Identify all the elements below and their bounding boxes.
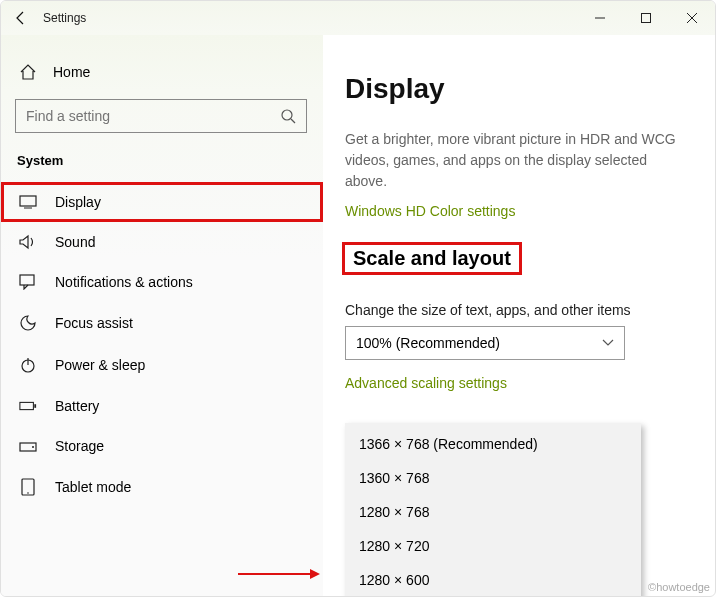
scale-value: 100% (Recommended) [356,335,500,351]
home-button[interactable]: Home [1,57,323,87]
watermark: ©howtoedge [648,581,710,593]
sidebar-item-label: Display [55,194,101,210]
home-icon [19,63,37,81]
sidebar-item-power-sleep[interactable]: Power & sleep [1,344,323,386]
close-button[interactable] [669,1,715,35]
sidebar-item-label: Battery [55,398,99,414]
sidebar-item-notifications[interactable]: Notifications & actions [1,262,323,302]
svg-point-2 [282,110,292,120]
svg-point-14 [27,492,29,494]
hdr-settings-link[interactable]: Windows HD Color settings [345,203,515,219]
search-input[interactable] [26,108,256,124]
sidebar-item-tablet-mode[interactable]: Tablet mode [1,466,323,508]
sidebar-item-sound[interactable]: Sound [1,222,323,262]
svg-rect-9 [20,402,34,409]
page-title: Display [345,73,691,105]
sidebar-item-storage[interactable]: Storage [1,426,323,466]
sidebar-item-battery[interactable]: Battery [1,386,323,426]
scale-dropdown[interactable]: 100% (Recommended) [345,326,625,360]
scale-label: Change the size of text, apps, and other… [345,302,691,318]
svg-rect-1 [642,14,651,23]
focus-assist-icon [19,314,37,332]
arrow-left-icon [13,10,29,26]
close-icon [686,12,698,24]
resolution-option[interactable]: 1280 × 600 [345,563,641,596]
battery-icon [19,400,37,412]
sidebar-item-label: Sound [55,234,95,250]
sidebar-item-label: Storage [55,438,104,454]
sidebar: Home System Display Sound Notifications … [1,35,323,596]
resolution-option[interactable]: 1360 × 768 [345,461,641,495]
back-button[interactable] [1,10,41,26]
resolution-option[interactable]: 1280 × 720 [345,529,641,563]
sound-icon [19,234,37,250]
main-content: Display Get a brighter, more vibrant pic… [323,35,715,596]
display-icon [19,195,37,209]
resolution-option[interactable]: 1280 × 768 [345,495,641,529]
sidebar-item-label: Notifications & actions [55,274,193,290]
sidebar-item-focus-assist[interactable]: Focus assist [1,302,323,344]
annotation-arrow [238,573,318,575]
search-icon [280,108,296,124]
hdr-description: Get a brighter, more vibrant picture in … [345,129,691,192]
maximize-button[interactable] [623,1,669,35]
resolution-dropdown-list: 1366 × 768 (Recommended) 1360 × 768 1280… [345,423,641,596]
chevron-down-icon [602,339,614,347]
notifications-icon [19,274,37,290]
scale-layout-heading: Scale and layout [345,245,519,272]
section-title: System [1,147,323,182]
svg-point-12 [32,446,34,448]
svg-rect-4 [20,196,36,206]
power-icon [19,356,37,374]
svg-line-3 [291,119,295,123]
window-title: Settings [41,11,577,25]
maximize-icon [640,12,652,24]
titlebar: Settings [1,1,715,35]
search-input-container[interactable] [15,99,307,133]
advanced-scaling-link[interactable]: Advanced scaling settings [345,375,507,391]
sidebar-item-label: Power & sleep [55,357,145,373]
tablet-icon [19,478,37,496]
home-label: Home [53,64,90,80]
resolution-option[interactable]: 1366 × 768 (Recommended) [345,427,641,461]
sidebar-item-label: Tablet mode [55,479,131,495]
svg-rect-10 [34,404,36,408]
minimize-button[interactable] [577,1,623,35]
storage-icon [19,439,37,453]
minimize-icon [594,12,606,24]
sidebar-item-label: Focus assist [55,315,133,331]
svg-rect-6 [20,275,34,285]
sidebar-item-display[interactable]: Display [1,182,323,222]
